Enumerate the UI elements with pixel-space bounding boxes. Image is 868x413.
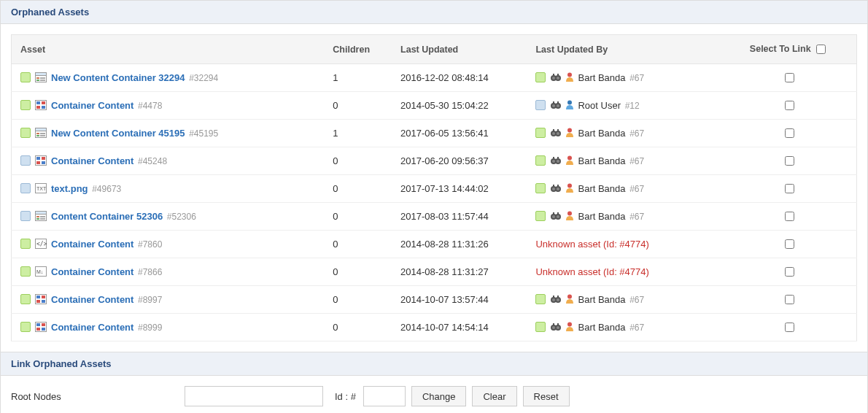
svg-rect-65 xyxy=(42,157,45,160)
svg-text:TXT: TXT xyxy=(36,186,47,191)
svg-point-92 xyxy=(552,215,555,218)
status-indicator xyxy=(20,294,31,304)
user-id: #12 xyxy=(625,101,640,111)
svg-point-80 xyxy=(557,188,559,190)
status-indicator xyxy=(20,211,31,221)
svg-text:M↓: M↓ xyxy=(36,269,43,274)
unknown-asset-text: Unknown asset (Id: #4774) xyxy=(535,266,648,277)
select-row-checkbox[interactable] xyxy=(785,128,794,138)
asset-link[interactable]: Container Content xyxy=(51,100,133,111)
user-name: Bart Banda xyxy=(578,128,625,139)
select-row-checkbox[interactable] xyxy=(785,184,794,193)
asset-type-icon xyxy=(35,155,47,166)
binoculars-icon[interactable] xyxy=(550,210,562,223)
children-cell: 0 xyxy=(324,258,392,286)
table-row: Container Content #447802014-05-30 15:04… xyxy=(12,92,857,120)
asset-link[interactable]: Container Content xyxy=(51,322,133,333)
reset-button[interactable]: Reset xyxy=(523,386,570,406)
children-cell: 0 xyxy=(324,203,392,231)
col-children: Children xyxy=(324,35,392,64)
svg-rect-39 xyxy=(36,101,40,104)
updated-cell: 2017-08-03 11:57:44 xyxy=(392,203,527,231)
svg-rect-87 xyxy=(40,216,45,217)
id-input[interactable] xyxy=(363,386,406,406)
binoculars-icon[interactable] xyxy=(550,321,562,333)
svg-point-71 xyxy=(557,160,559,163)
asset-link[interactable]: New Content Container 32294 xyxy=(51,72,185,83)
svg-rect-26 xyxy=(36,73,47,76)
asset-link[interactable]: Container Content xyxy=(51,239,133,250)
orphaned-assets-panel: Orphaned Assets Asset Children Last Upda… xyxy=(0,0,868,352)
select-all-checkbox[interactable] xyxy=(816,45,826,54)
asset-id: #7866 xyxy=(138,267,162,277)
binoculars-icon[interactable] xyxy=(550,293,562,306)
user-name: Bart Banda xyxy=(578,322,625,333)
select-row-checkbox[interactable] xyxy=(785,295,794,304)
user-status-indicator xyxy=(535,72,546,82)
svg-rect-123 xyxy=(557,323,559,325)
svg-rect-103 xyxy=(42,296,45,298)
select-cell xyxy=(721,314,856,341)
col-asset: Asset xyxy=(12,35,325,64)
svg-point-49 xyxy=(567,101,572,105)
asset-link[interactable]: Container Content xyxy=(51,294,133,305)
orphaned-assets-body: Asset Children Last Updated Last Updated… xyxy=(1,24,867,352)
change-button[interactable]: Change xyxy=(411,386,467,406)
select-row-checkbox[interactable] xyxy=(785,156,794,166)
binoculars-icon[interactable] xyxy=(550,72,562,84)
asset-id: #8997 xyxy=(138,295,162,305)
updated-cell: 2014-10-07 13:57:44 xyxy=(392,286,527,314)
asset-link[interactable]: New Content Container 45195 xyxy=(51,128,185,139)
svg-point-46 xyxy=(557,104,559,107)
root-nodes-label: Root Nodes xyxy=(11,391,179,402)
unknown-asset-text: Unknown asset (Id: #4774) xyxy=(535,239,648,250)
children-cell: 0 xyxy=(324,314,392,341)
user-status-indicator xyxy=(535,183,546,193)
svg-rect-94 xyxy=(553,212,554,215)
asset-id: #49673 xyxy=(92,184,121,194)
select-cell xyxy=(721,203,856,231)
user-icon xyxy=(565,321,575,333)
binoculars-icon[interactable] xyxy=(550,127,562,139)
select-cell xyxy=(721,92,856,120)
user-status-indicator xyxy=(535,128,546,138)
status-indicator xyxy=(20,183,31,193)
asset-id: #4478 xyxy=(138,101,162,111)
user-id: #67 xyxy=(629,156,644,166)
root-nodes-input[interactable] xyxy=(185,386,323,406)
asset-cell: New Content Container 45195 #45195 xyxy=(12,120,325,147)
user-icon xyxy=(565,293,575,306)
asset-type-icon: </> xyxy=(35,239,47,249)
asset-type-icon xyxy=(35,322,47,332)
asset-cell: Container Content #4478 xyxy=(12,92,325,120)
svg-rect-73 xyxy=(557,157,559,159)
svg-point-58 xyxy=(552,132,555,135)
svg-rect-35 xyxy=(553,74,554,76)
svg-point-96 xyxy=(567,212,572,216)
updated-cell: 2014-10-07 14:54:14 xyxy=(392,314,527,341)
clear-button[interactable]: Clear xyxy=(472,386,516,406)
updated-cell: 2014-05-30 15:04:22 xyxy=(392,92,527,120)
select-row-checkbox[interactable] xyxy=(785,323,794,332)
binoculars-icon[interactable] xyxy=(550,99,562,112)
updated-cell: 2016-12-02 08:48:14 xyxy=(392,64,527,92)
select-row-checkbox[interactable] xyxy=(785,212,794,221)
asset-link[interactable]: Container Content xyxy=(51,155,133,166)
svg-rect-85 xyxy=(36,212,47,215)
svg-rect-114 xyxy=(36,323,40,326)
table-row: Container Content #899702014-10-07 13:57… xyxy=(12,286,857,314)
user-id: #67 xyxy=(629,128,644,139)
updated-by-cell: Bart Banda #67 xyxy=(527,64,721,92)
asset-link[interactable]: Content Container 52306 xyxy=(51,211,163,222)
table-row: Content Container 52306 #5230602017-08-0… xyxy=(12,203,857,231)
select-row-checkbox[interactable] xyxy=(785,101,794,110)
binoculars-icon[interactable] xyxy=(550,155,562,167)
asset-id: #52306 xyxy=(167,212,196,222)
asset-id: #32294 xyxy=(189,73,218,83)
select-row-checkbox[interactable] xyxy=(785,267,794,277)
asset-link[interactable]: text.png xyxy=(51,183,88,194)
select-row-checkbox[interactable] xyxy=(785,73,794,82)
binoculars-icon[interactable] xyxy=(550,182,562,195)
select-row-checkbox[interactable] xyxy=(785,239,794,249)
asset-link[interactable]: Container Content xyxy=(51,266,133,277)
